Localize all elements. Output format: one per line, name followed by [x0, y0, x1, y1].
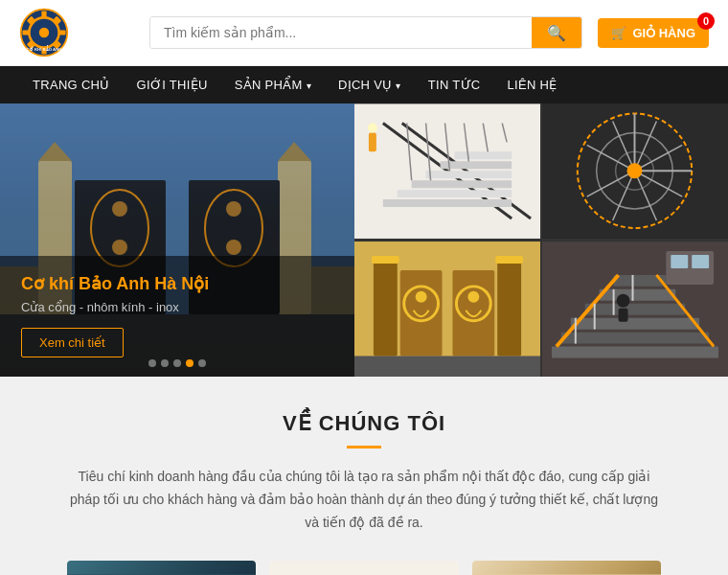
svg-point-24: [226, 201, 241, 217]
svg-rect-38: [454, 151, 512, 159]
cart-button[interactable]: 🛒 GIỎ HÀNG 0: [598, 18, 709, 48]
cart-label: GIỎ HÀNG: [632, 26, 695, 40]
svg-rect-66: [497, 261, 521, 356]
dot-1[interactable]: [148, 359, 156, 367]
about-text: Tiêu chí kinh doanh hàng đầu của chúng t…: [67, 466, 661, 534]
nav-item-lienhe[interactable]: LIÊN HỆ: [494, 66, 571, 104]
nav-label: SẢN PHẨM: [235, 78, 303, 92]
dot-4[interactable]: [186, 359, 193, 367]
logo-icon: CƠ KHÍ BẢO ANH: [19, 8, 69, 58]
svg-point-23: [112, 201, 127, 217]
staircase-image-1: [354, 104, 540, 240]
staircase-image-2: [542, 104, 728, 240]
outdoor-staircase-image: [542, 242, 728, 378]
chevron-down-icon: ▾: [307, 80, 311, 91]
svg-point-62: [627, 163, 643, 178]
svg-rect-4: [22, 30, 29, 34]
navigation: TRANG CHỦ GIỚI THIỆU SẢN PHẨM ▾ DỊCH VỤ …: [0, 66, 728, 104]
svg-point-25: [112, 240, 127, 255]
hero-cell-3: [354, 242, 540, 378]
card-worker-image: [67, 561, 256, 575]
svg-rect-80: [571, 317, 699, 329]
nav-item-tintuc[interactable]: TIN TỨC: [415, 66, 494, 104]
svg-rect-73: [372, 256, 399, 264]
hero-detail-button[interactable]: Xem chi tiết: [21, 328, 124, 357]
svg-rect-36: [426, 171, 512, 178]
svg-rect-92: [692, 255, 709, 268]
hero-cell-4: [542, 242, 728, 378]
about-title: VỀ CHÚNG TÔI: [38, 411, 690, 436]
svg-rect-35: [412, 180, 512, 188]
search-button[interactable]: 🔍: [532, 17, 581, 48]
nav-label: TIN TỨC: [428, 78, 481, 92]
hero-grid: [354, 104, 728, 377]
nav-label: DỊCH VỤ: [338, 78, 393, 92]
svg-rect-65: [374, 261, 398, 356]
chevron-down-icon: ▾: [396, 80, 400, 91]
svg-rect-78: [552, 346, 718, 357]
about-section: VỀ CHÚNG TÔI Tiêu chí kinh doanh hàng đầ…: [0, 377, 728, 575]
dot-2[interactable]: [161, 359, 169, 367]
door-illustration: [472, 561, 661, 575]
svg-point-46: [368, 124, 377, 133]
header: CƠ KHÍ BẢO ANH 🔍 🛒 GIỎ HÀNG 0: [0, 0, 728, 66]
hero-section: Cơ khí Bảo Anh Hà Nội Cửa cổng - nhôm kí…: [0, 104, 728, 377]
card-door: LÃP ĐẶT NHỮ LÝ KÍNH: [472, 561, 661, 575]
svg-rect-81: [585, 303, 685, 314]
svg-rect-74: [495, 256, 523, 264]
nav-item-dichvu[interactable]: DỊCH VỤ ▾: [325, 66, 415, 104]
hero-dots: [148, 359, 206, 367]
cards-row: TƯ CÔNG VỤ GỖT - INOX: [38, 561, 690, 575]
svg-rect-33: [383, 199, 512, 207]
hero-subtitle: Cửa cổng - nhôm kính - inox: [21, 300, 333, 314]
svg-rect-75: [354, 356, 540, 377]
nav-label: GIỚI THIỆU: [137, 78, 208, 92]
svg-point-93: [617, 293, 630, 307]
nav-label: LIÊN HỆ: [508, 78, 557, 92]
nav-item-sanpham[interactable]: SẢN PHẨM ▾: [221, 66, 325, 104]
svg-rect-34: [398, 190, 512, 197]
hero-cell-2: [542, 104, 728, 240]
svg-rect-94: [619, 308, 628, 321]
card-icon-image: [269, 561, 458, 575]
hero-cell-1: [354, 104, 540, 240]
svg-point-26: [226, 240, 241, 255]
worker-illustration: [67, 561, 256, 575]
hero-title: Cơ khí Bảo Anh Hà Nội: [21, 273, 333, 294]
svg-rect-91: [671, 255, 688, 268]
search-input[interactable]: [150, 17, 532, 48]
card-worker: TƯ CÔNG VỤ GỖT - INOX: [67, 561, 256, 575]
svg-point-11: [39, 28, 49, 37]
card-icon: [269, 561, 458, 575]
search-bar: 🔍: [149, 16, 582, 49]
svg-rect-5: [59, 30, 66, 34]
about-divider: [347, 446, 381, 448]
svg-point-71: [416, 290, 427, 302]
dot-3[interactable]: [173, 359, 181, 367]
svg-rect-2: [41, 11, 46, 17]
logo-area: CƠ KHÍ BẢO ANH: [19, 8, 134, 58]
golden-gate-image: [354, 242, 540, 378]
dot-5[interactable]: [198, 359, 206, 367]
svg-rect-79: [561, 332, 709, 343]
hero-main-panel: Cơ khí Bảo Anh Hà Nội Cửa cổng - nhôm kí…: [0, 104, 354, 377]
svg-point-72: [467, 290, 479, 302]
svg-rect-45: [369, 132, 376, 151]
cart-icon: 🛒: [611, 26, 626, 40]
card-door-image: [472, 561, 661, 575]
nav-item-trangchu[interactable]: TRANG CHỦ: [19, 66, 124, 104]
cart-badge: 0: [697, 12, 715, 30]
svg-rect-37: [441, 161, 512, 169]
nav-item-gioithieu[interactable]: GIỚI THIỆU: [124, 66, 221, 104]
nav-label: TRANG CHỦ: [33, 78, 110, 92]
svg-rect-82: [600, 288, 676, 300]
